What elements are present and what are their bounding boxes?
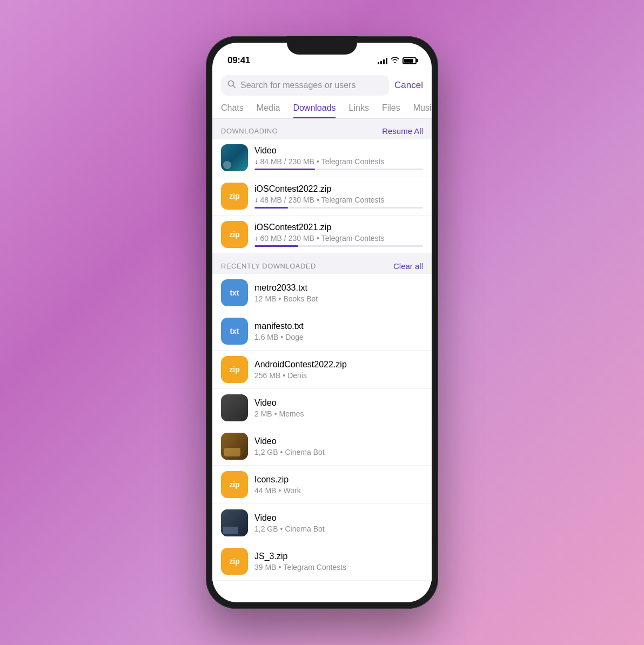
signal-icon <box>378 57 387 64</box>
item-icon-zip: zip <box>221 221 248 248</box>
item-icon-video-telegram <box>221 144 248 171</box>
item-icon-zip: zip <box>221 183 248 210</box>
phone-screen: 09:41 <box>212 43 432 602</box>
status-icons <box>378 56 417 65</box>
item-icon-video-cinema2 <box>221 509 248 536</box>
item-icon-zip: zip <box>221 471 248 498</box>
download-arrow-icon: ↓ <box>254 234 258 242</box>
list-item[interactable]: txt manifesto.txt 1.6 MB • Doge <box>212 312 432 351</box>
item-meta: ↓ 48 MB / 230 MB • Telegram Contests <box>254 196 423 204</box>
tab-media[interactable]: Media <box>250 100 287 118</box>
item-icon-zip: zip <box>221 548 248 575</box>
item-content: manifesto.txt 1.6 MB • Doge <box>254 321 423 341</box>
progress-bar <box>254 169 423 170</box>
search-icon <box>227 80 236 91</box>
downloading-label: DOWNLOADING <box>221 127 278 135</box>
svg-line-1 <box>233 86 236 88</box>
resume-all-button[interactable]: Resume All <box>382 126 423 136</box>
list-item[interactable]: zip AndroidContest2022.zip 256 MB • Deni… <box>212 351 432 389</box>
item-name: AndroidContest2022.zip <box>254 360 423 369</box>
item-content: JS_3.zip 39 MB • Telegram Contests <box>254 552 423 572</box>
item-icon-txt: txt <box>221 279 248 306</box>
item-meta: 44 MB • Work <box>254 486 423 495</box>
item-content: Video 2 MB • Memes <box>254 398 423 418</box>
battery-icon <box>403 57 417 64</box>
item-meta: 12 MB • Books Bot <box>254 294 423 303</box>
progress-bar <box>254 245 423 247</box>
list-item[interactable]: txt metro2033.txt 12 MB • Books Bot <box>212 274 432 312</box>
item-meta: 1,2 GB • Cinema Bot <box>254 448 423 456</box>
item-content: Video 1,2 GB • Cinema Bot <box>254 513 423 533</box>
progress-fill <box>254 169 315 170</box>
item-icon-zip: zip <box>221 356 248 383</box>
item-meta: 1,2 GB • Cinema Bot <box>254 525 423 533</box>
recently-downloaded-section-header: RECENTLY DOWNLOADED Clear all <box>212 254 432 274</box>
tab-files[interactable]: Files <box>375 100 407 118</box>
item-name: JS_3.zip <box>254 552 423 561</box>
progress-fill <box>254 207 288 209</box>
search-input[interactable]: Search for messages or users <box>221 75 389 96</box>
download-arrow-icon: ↓ <box>254 196 258 204</box>
item-icon-txt: txt <box>221 318 248 345</box>
item-icon-video-cinema <box>221 433 248 460</box>
item-content: AndroidContest2022.zip 256 MB • Denis <box>254 360 423 380</box>
tabs-row: Chats Media Downloads Links Files Music <box>212 96 432 119</box>
item-meta: ↓ 84 MB / 230 MB • Telegram Contests <box>254 157 423 166</box>
list-item[interactable]: Video 1,2 GB • Cinema Bot <box>212 504 432 542</box>
download-arrow-icon: ↓ <box>254 157 258 165</box>
downloading-section-header: DOWNLOADING Resume All <box>212 119 432 139</box>
item-name: Video <box>254 513 423 523</box>
item-meta: 2 MB • Memes <box>254 409 423 418</box>
item-content: metro2033.txt 12 MB • Books Bot <box>254 283 423 303</box>
wifi-icon <box>391 56 399 65</box>
tab-links[interactable]: Links <box>343 100 375 118</box>
list-item[interactable]: Video 1,2 GB • Cinema Bot <box>212 427 432 466</box>
phone-frame: 09:41 <box>206 36 438 609</box>
list-item[interactable]: zip iOSContest2021.zip ↓ 60 MB / 230 MB … <box>212 216 432 254</box>
item-meta: 1.6 MB • Doge <box>254 333 423 341</box>
clear-all-button[interactable]: Clear all <box>393 261 423 271</box>
progress-bar <box>254 207 423 209</box>
tab-music[interactable]: Music <box>407 100 432 118</box>
item-meta: ↓ 60 MB / 230 MB • Telegram Contests <box>254 234 423 243</box>
item-content: iOSContest2022.zip ↓ 48 MB / 230 MB • Te… <box>254 184 423 209</box>
item-name: metro2033.txt <box>254 283 423 293</box>
search-placeholder-text: Search for messages or users <box>240 80 383 90</box>
item-name: Video <box>254 146 423 156</box>
item-name: iOSContest2021.zip <box>254 223 423 232</box>
item-content: Video ↓ 84 MB / 230 MB • Telegram Contes… <box>254 146 423 170</box>
content-area: DOWNLOADING Resume All Video ↓ 84 MB / 2… <box>212 119 432 602</box>
search-bar-container: Search for messages or users Cancel <box>212 71 432 96</box>
progress-fill <box>254 245 298 247</box>
list-item[interactable]: zip iOSContest2022.zip ↓ 48 MB / 230 MB … <box>212 177 432 216</box>
item-content: Icons.zip 44 MB • Work <box>254 475 423 495</box>
item-name: iOSContest2022.zip <box>254 184 423 194</box>
list-item[interactable]: Video 2 MB • Memes <box>212 389 432 427</box>
item-name: Icons.zip <box>254 475 423 485</box>
item-content: iOSContest2021.zip ↓ 60 MB / 230 MB • Te… <box>254 223 423 247</box>
item-meta: 39 MB • Telegram Contests <box>254 563 423 572</box>
notch <box>287 36 357 55</box>
recently-downloaded-label: RECENTLY DOWNLOADED <box>221 262 316 270</box>
item-name: Video <box>254 398 423 408</box>
list-item[interactable]: Video ↓ 84 MB / 230 MB • Telegram Contes… <box>212 139 432 177</box>
item-name: Video <box>254 436 423 446</box>
item-icon-video-memes <box>221 394 248 421</box>
item-meta: 256 MB • Denis <box>254 371 423 380</box>
cancel-button[interactable]: Cancel <box>394 80 423 91</box>
status-time: 09:41 <box>227 55 250 66</box>
item-content: Video 1,2 GB • Cinema Bot <box>254 436 423 456</box>
tab-chats[interactable]: Chats <box>221 100 250 118</box>
list-item[interactable]: zip JS_3.zip 39 MB • Telegram Contests <box>212 542 432 581</box>
tab-downloads[interactable]: Downloads <box>286 100 342 118</box>
list-item[interactable]: zip Icons.zip 44 MB • Work <box>212 466 432 504</box>
item-name: manifesto.txt <box>254 321 423 331</box>
